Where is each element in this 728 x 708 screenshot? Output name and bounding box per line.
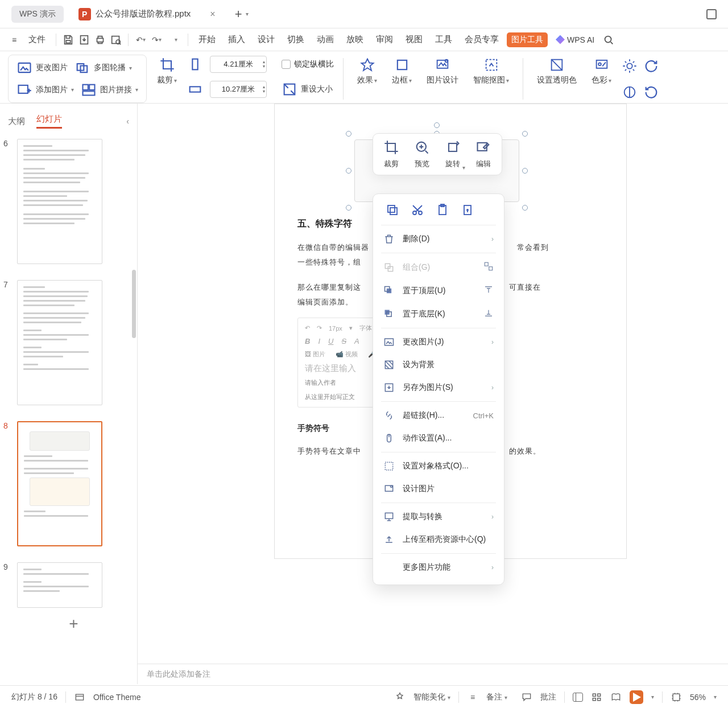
zoom-value[interactable]: 56% [690,693,706,702]
resize-handle[interactable] [522,168,528,174]
menu-start[interactable]: 开始 [194,32,220,47]
menu-show[interactable]: 放映 [342,32,368,47]
border-button[interactable]: 边框▾ [387,55,416,103]
menu-design-picture[interactable]: 设计图片 [373,478,504,500]
smart-cutout-button[interactable]: 智能抠图▾ [469,55,514,103]
tab-outline[interactable]: 大纲 [8,116,25,127]
paste-icon[interactable] [436,203,449,217]
notes-toggle[interactable]: 备注 ▾ [486,692,507,702]
close-tab-icon[interactable]: × [210,9,215,19]
more-quick-icon[interactable]: ▾ [169,34,182,46]
file-menu[interactable]: 文件 [24,32,50,47]
contrast-icon[interactable] [622,84,638,100]
tab-slides[interactable]: 幻灯片 [36,114,62,129]
quick-preview[interactable]: 预览 [414,139,430,169]
theme-icon[interactable] [74,691,85,703]
window-controls-icon[interactable] [706,9,717,19]
rotate-ccw-icon[interactable] [643,84,659,100]
stitch-button[interactable]: 图片拼接▾ [81,82,138,98]
new-tab-button[interactable]: +▾ [235,7,249,22]
set-transparent-button[interactable]: 设置透明色 [532,55,581,103]
menu-tools[interactable]: 工具 [431,32,457,47]
file-tab[interactable]: P 公众号排版进阶教程.pptx × [72,5,222,24]
change-picture-button[interactable]: 更改图片 [16,60,68,76]
smart-beautify-button[interactable]: 智能美化 ▾ [413,692,450,702]
menu-hyperlink[interactable]: 超链接(H)...Ctrl+K [373,404,504,427]
cut-icon[interactable] [411,203,424,217]
slide-thumb-9[interactable]: 9 [17,562,130,608]
slide-thumb-7[interactable]: 7 [17,280,130,405]
height-field[interactable]: 4.21厘米▴▾ [210,56,267,73]
quick-rotate[interactable]: 旋转▾ [445,139,461,169]
search-icon[interactable] [602,34,615,46]
menu-upload[interactable]: 上传至稻壳资源中心(Q) [373,528,504,551]
fit-icon[interactable] [671,691,682,703]
align-top-icon[interactable] [483,285,494,297]
quick-edit[interactable]: 编辑 [475,139,491,169]
resize-handle[interactable] [346,205,351,211]
resize-handle[interactable] [346,168,351,174]
menu-view[interactable]: 视图 [401,32,427,47]
notes-icon[interactable]: ≡ [467,691,478,703]
app-tab[interactable]: WPS 演示 [11,6,64,23]
notes-bar[interactable]: 单击此处添加备注 [138,664,728,684]
sorter-view-icon[interactable] [591,691,602,703]
lock-aspect-checkbox[interactable]: 锁定纵横比 [282,59,334,69]
add-picture-button[interactable]: 添加图片▾ [16,82,74,98]
menu-action-settings[interactable]: 动作设置(A)... [373,427,504,450]
scrollbar-thumb[interactable] [132,270,136,338]
menu-delete[interactable]: 删除(D)› [373,228,504,250]
menu-save-as-image[interactable]: 另存为图片(S)› [373,376,504,399]
menu-review[interactable]: 审阅 [371,32,398,47]
colorize-button[interactable]: 色彩▾ [587,55,616,103]
redo-icon[interactable]: ↷ ▾ [150,34,163,46]
comments-toggle[interactable]: 批注 [540,692,556,702]
menu-insert[interactable]: 插入 [224,32,250,47]
menu-extract-convert[interactable]: 提取与转换› [373,505,504,528]
rotate-cw-icon[interactable] [643,58,659,74]
preview-icon[interactable] [110,34,122,46]
undo-icon[interactable]: ↶ ▾ [134,34,147,46]
slide-thumb-6[interactable]: 6 [17,139,130,264]
rotation-handle[interactable] [434,122,440,128]
reset-size-button[interactable]: 重设大小 [282,81,333,97]
multi-rotate-button[interactable]: 多图轮播▾ [75,60,132,76]
menu-set-background[interactable]: 设为背景 [373,353,504,376]
align-bottom-icon[interactable] [483,308,494,320]
menu-send-back[interactable]: 置于底层(K) [373,302,504,326]
beautify-icon[interactable] [394,691,406,703]
width-field[interactable]: 10.27厘米▴▾ [210,81,267,98]
hamburger-icon[interactable]: ≡ [8,34,20,46]
resize-handle[interactable] [522,131,528,137]
save-icon[interactable] [62,34,75,46]
menu-design[interactable]: 设计 [253,32,279,47]
picture-design-button[interactable]: 图片设计 [422,55,463,103]
brightness-icon[interactable] [622,58,638,74]
copy-icon[interactable] [386,203,399,217]
picture-tools-tab[interactable]: 图片工具 [507,32,548,47]
normal-view-icon[interactable] [573,693,583,702]
add-slide-button[interactable]: + [17,612,130,635]
resize-handle[interactable] [522,205,528,211]
paste-text-icon[interactable] [461,203,474,217]
menu-animation[interactable]: 动画 [312,32,338,47]
effect-button[interactable]: 效果▾ [353,55,382,103]
menu-change-picture[interactable]: 更改图片(J)› [373,331,504,353]
slideshow-button[interactable] [630,690,643,704]
menu-member[interactable]: 会员专享 [460,32,503,47]
quick-crop[interactable]: 裁剪 [383,139,399,169]
collapse-panel-icon[interactable]: ‹ [126,117,129,126]
menu-format-object[interactable]: 设置对象格式(O)... [373,455,504,478]
export-icon[interactable] [78,34,90,46]
crop-group[interactable]: 裁剪▾ [152,55,181,103]
print-icon[interactable] [94,34,106,46]
comment-icon[interactable] [521,691,532,703]
reading-view-icon[interactable] [610,691,622,703]
menu-more-picture[interactable]: 更多图片功能› [373,556,504,579]
side-panel: 大纲 幻灯片 ‹ 6 7 8 9 + [0,104,138,684]
slide-thumb-8[interactable]: 8 [17,421,130,546]
menu-transition[interactable]: 切换 [283,32,309,47]
resize-handle[interactable] [346,131,351,137]
wps-ai-button[interactable]: WPS AI [556,35,594,44]
menu-bring-front[interactable]: 置于顶层(U) [373,279,504,302]
